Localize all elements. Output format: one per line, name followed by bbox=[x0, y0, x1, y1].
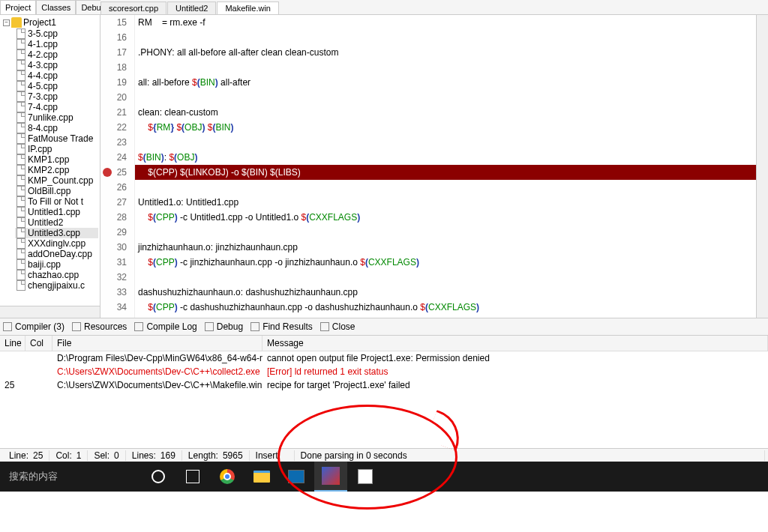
tree-file[interactable]: addOneDay.cpp bbox=[15, 249, 98, 259]
tree-file[interactable]: Untitled2 bbox=[15, 217, 98, 228]
file-label: To Fill or Not t bbox=[28, 196, 83, 207]
file-icon bbox=[16, 28, 26, 39]
file-icon bbox=[16, 249, 26, 259]
editor-tab[interactable]: scoresort.cpp bbox=[100, 1, 166, 14]
file-label: Untitled3.cpp bbox=[28, 228, 80, 238]
project-label: Project1 bbox=[23, 17, 56, 28]
taskbar-search-text[interactable]: 搜索的内容 bbox=[3, 470, 64, 483]
file-icon bbox=[16, 123, 26, 133]
tab-icon bbox=[3, 322, 12, 331]
file-label: Untitled1.cpp bbox=[28, 207, 80, 217]
col-header-file[interactable]: File bbox=[52, 336, 262, 351]
file-icon bbox=[16, 70, 26, 81]
bottom-tab[interactable]: Debug bbox=[205, 321, 243, 332]
breakpoint-icon[interactable] bbox=[103, 168, 112, 177]
col-header-col[interactable]: Col bbox=[26, 336, 52, 351]
bottom-tab[interactable]: Compile Log bbox=[134, 321, 196, 332]
bottom-tab[interactable]: Resources bbox=[72, 321, 127, 332]
file-icon bbox=[16, 91, 26, 102]
code-editor[interactable]: RM = rm.exe -f.PHONY: all all-before all… bbox=[135, 15, 756, 318]
tree-file[interactable]: 3-5.cpp bbox=[15, 28, 98, 39]
file-label: 4-1.cpp bbox=[28, 39, 58, 49]
file-label: 4-2.cpp bbox=[28, 49, 58, 60]
tree-file[interactable]: KMP_Count.cpp bbox=[15, 175, 98, 186]
tree-file[interactable]: XXXdinglv.cpp bbox=[15, 238, 98, 249]
tree-file[interactable]: Untitled1.cpp bbox=[15, 207, 98, 217]
sidebar-hscroll[interactable] bbox=[0, 306, 100, 318]
tree-file[interactable]: FatMouse Trade bbox=[15, 133, 98, 144]
compiler-row[interactable]: 25C:\Users\ZWX\Documents\Dev-C\C++\Makef… bbox=[0, 378, 768, 392]
notepad-app[interactable] bbox=[349, 462, 382, 492]
explorer-app[interactable] bbox=[245, 462, 278, 492]
editor-tabs: scoresort.cppUntitled2Makefile.win bbox=[100, 0, 768, 15]
tree-file[interactable]: IP.cpp bbox=[15, 144, 98, 154]
bottom-panel-tabs: Compiler (3)ResourcesCompile LogDebugFin… bbox=[0, 318, 768, 336]
file-label: FatMouse Trade bbox=[28, 133, 93, 144]
file-label: 3-5.cpp bbox=[28, 28, 58, 39]
compiler-row[interactable]: C:\Users\ZWX\Documents\Dev-C\C++\collect… bbox=[0, 365, 768, 378]
file-label: 4-4.cpp bbox=[28, 70, 58, 81]
tree-file[interactable]: 4-4.cpp bbox=[15, 70, 98, 81]
devcpp-app[interactable] bbox=[314, 462, 347, 492]
tree-file[interactable]: KMP1.cpp bbox=[15, 154, 98, 165]
file-icon bbox=[16, 238, 26, 249]
col-header-message[interactable]: Message bbox=[262, 336, 768, 351]
project-root[interactable]: − Project1 bbox=[2, 16, 98, 28]
file-label: KMP_Count.cpp bbox=[28, 175, 93, 186]
file-icon bbox=[16, 49, 26, 60]
cmd-app[interactable] bbox=[280, 462, 313, 492]
tree-file[interactable]: 4-5.cpp bbox=[15, 81, 98, 91]
tree-file[interactable]: 7-3.cpp bbox=[15, 91, 98, 102]
line-gutter[interactable]: 1516171819202122232425262728293031323334… bbox=[100, 15, 135, 318]
collapse-icon[interactable]: − bbox=[3, 19, 10, 26]
editor-vscroll[interactable] bbox=[756, 15, 768, 318]
file-icon bbox=[16, 186, 26, 196]
file-label: 7-4.cpp bbox=[28, 102, 58, 112]
file-icon bbox=[16, 280, 26, 291]
tree-file[interactable]: 7-4.cpp bbox=[15, 102, 98, 112]
col-header-line[interactable]: Line bbox=[0, 336, 26, 351]
tree-file[interactable]: To Fill or Not t bbox=[15, 196, 98, 207]
sidebar-tab-project[interactable]: Project bbox=[0, 0, 36, 14]
compiler-row[interactable]: D:\Program Files\Dev-Cpp\MinGW64\x86_64-… bbox=[0, 351, 768, 365]
bottom-tab[interactable]: Compiler (3) bbox=[3, 321, 64, 332]
file-icon bbox=[16, 259, 26, 270]
tree-file[interactable]: baiji.cpp bbox=[15, 259, 98, 270]
file-icon bbox=[16, 207, 26, 217]
tree-file[interactable]: OldBill.cpp bbox=[15, 186, 98, 196]
project-sidebar: ProjectClassesDebug − Project1 3-5.cpp4-… bbox=[0, 0, 100, 318]
tree-file[interactable]: chengjipaixu.c bbox=[15, 280, 98, 291]
project-tree: − Project1 3-5.cpp4-1.cpp4-2.cpp4-3.cpp4… bbox=[0, 15, 100, 306]
file-icon bbox=[16, 133, 26, 144]
status-bar: Line:25 Col:1 Sel:0 Lines:169 Length:596… bbox=[0, 448, 768, 462]
tree-file[interactable]: 4-3.cpp bbox=[15, 60, 98, 70]
tree-file[interactable]: chazhao.cpp bbox=[15, 270, 98, 280]
cortana-button[interactable] bbox=[142, 462, 175, 492]
tree-file[interactable]: 7unlike.cpp bbox=[15, 112, 98, 123]
file-label: addOneDay.cpp bbox=[28, 249, 92, 259]
tree-file[interactable]: Untitled3.cpp bbox=[15, 228, 98, 238]
chrome-app[interactable] bbox=[211, 462, 244, 492]
sidebar-tab-classes[interactable]: Classes bbox=[36, 0, 76, 14]
editor-tab[interactable]: Untitled2 bbox=[167, 1, 216, 14]
windows-taskbar: 搜索的内容 bbox=[0, 462, 768, 492]
tree-file[interactable]: 4-2.cpp bbox=[15, 49, 98, 60]
file-icon bbox=[16, 154, 26, 165]
file-icon bbox=[16, 165, 26, 175]
editor-tab[interactable]: Makefile.win bbox=[217, 1, 279, 14]
bottom-tab[interactable]: Close bbox=[320, 321, 356, 332]
tab-icon bbox=[72, 322, 81, 331]
compiler-output[interactable]: Line Col File Message D:\Program Files\D… bbox=[0, 336, 768, 448]
file-label: chengjipaixu.c bbox=[28, 280, 85, 291]
taskview-button[interactable] bbox=[176, 462, 209, 492]
bottom-tab[interactable]: Find Results bbox=[250, 321, 313, 332]
tree-file[interactable]: KMP2.cpp bbox=[15, 165, 98, 175]
tab-icon bbox=[320, 322, 329, 331]
tree-file[interactable]: 8-4.cpp bbox=[15, 123, 98, 133]
file-icon bbox=[16, 60, 26, 70]
project-icon bbox=[11, 17, 22, 28]
file-icon bbox=[16, 144, 26, 154]
file-label: KMP2.cpp bbox=[28, 165, 69, 175]
file-label: KMP1.cpp bbox=[28, 154, 69, 165]
tree-file[interactable]: 4-1.cpp bbox=[15, 39, 98, 49]
